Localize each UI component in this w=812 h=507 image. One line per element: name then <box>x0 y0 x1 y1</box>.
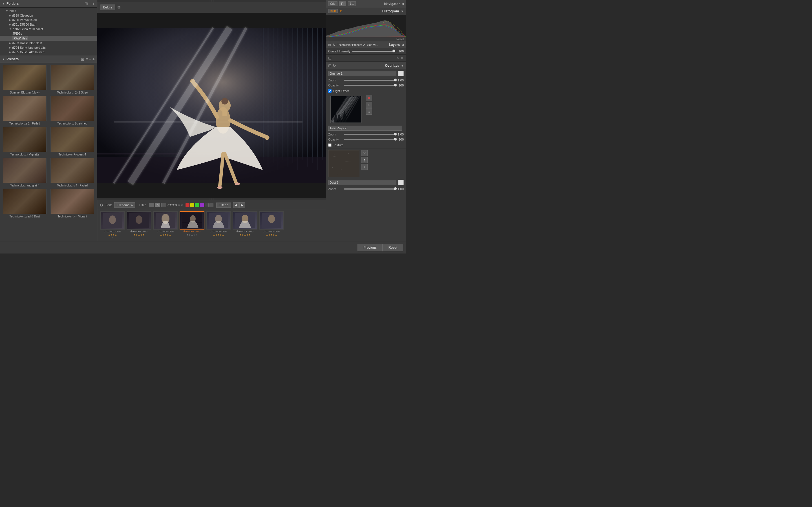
preset-item-8[interactable]: Technicolor...ded & Dust <box>1 188 48 219</box>
preset-item-4[interactable]: Technicolor...ft Vignette <box>1 126 48 157</box>
fit-button[interactable]: Fit <box>339 1 346 6</box>
yellow-filter[interactable] <box>190 203 194 207</box>
layers-collapse-icon[interactable]: ◀ <box>402 43 404 47</box>
rgb-dropdown-icon[interactable]: ▼ <box>340 10 342 13</box>
folders-icon1[interactable]: ⊞ <box>85 1 88 6</box>
thumb-wrap-3 <box>180 211 204 230</box>
thumb-item-1[interactable]: d702-003.DNG ★★★★★ <box>126 211 152 236</box>
tree-item-2017[interactable]: ▼ 2017 <box>0 9 97 13</box>
le-opacity-slider[interactable] <box>344 139 395 140</box>
reset-button[interactable]: Reset <box>383 244 403 251</box>
tree-item-d704[interactable]: ▶ d704 Sony lens portraits <box>0 45 97 50</box>
texture-down-btn[interactable]: ↓ <box>361 164 368 170</box>
intensity-slider[interactable] <box>352 51 395 52</box>
overlays-dropdown-icon[interactable]: ▼ <box>401 64 404 67</box>
tree-rays-select[interactable]: Tree Rays 2 <box>328 126 402 131</box>
thumb-item-5[interactable]: d702-011.DNG ★★★★★ <box>232 211 258 236</box>
le-zoom-slider[interactable] <box>344 134 395 135</box>
thumb-item-6[interactable]: d702-013.DNG ★★★★★ <box>259 211 285 236</box>
strip-next-arrow[interactable]: ▶ <box>239 202 245 208</box>
folders-plus[interactable]: + <box>93 1 95 6</box>
le-flip-h-btn[interactable]: ↔ <box>366 102 372 108</box>
blue-filter[interactable] <box>205 203 209 207</box>
preset-item-2[interactable]: Technicolor...s 2 - Faded <box>1 95 48 126</box>
le-buttons: ✕ ↔ ↕ <box>366 95 372 115</box>
tree-item-d702[interactable]: ▼ d702 Leica M10 ballet <box>0 27 97 31</box>
preset-item-7[interactable]: Technicolor...s 4 - Faded <box>49 157 96 187</box>
strip-prev-arrow[interactable]: ◀ <box>233 202 239 208</box>
previous-button[interactable]: Previous <box>357 244 383 251</box>
none-filter[interactable] <box>209 203 213 207</box>
preset-item-9[interactable]: Technicolor...4 - Vibrant <box>49 188 96 219</box>
rect-filter-icon[interactable] <box>161 203 166 207</box>
le-close-btn[interactable]: ✕ <box>366 95 372 101</box>
folders-minus[interactable]: − <box>89 1 91 6</box>
preset-item-0[interactable]: Summer Blo...ter (glow) <box>1 64 48 95</box>
navigator-collapse-icon[interactable]: ◀ <box>402 2 404 6</box>
histogram-reset[interactable]: Reset <box>326 37 406 41</box>
tree-item-d703[interactable]: ▶ d703 Hasselblad X1D <box>0 41 97 45</box>
histogram-expand-icon[interactable]: ▼ <box>401 10 404 13</box>
presets-minus[interactable]: − <box>89 57 91 61</box>
purple-filter[interactable] <box>200 203 204 207</box>
tree-item-d705[interactable]: ▶ d705 X-T20 Alfa launch <box>0 50 97 54</box>
grid-button[interactable]: Grid <box>328 1 338 6</box>
texture-zoom-handle[interactable] <box>394 187 397 190</box>
le-opacity-handle[interactable] <box>394 138 397 140</box>
texture-color-box[interactable] <box>398 180 404 185</box>
folders-collapse-icon[interactable]: ▼ <box>2 2 5 5</box>
texture-zoom-slider[interactable] <box>344 188 395 189</box>
one-to-one-button[interactable]: 1:1 <box>348 1 356 6</box>
texture-close-btn[interactable]: ✕ <box>361 150 368 156</box>
light-effect-checkbox[interactable] <box>328 89 332 93</box>
le-zoom-handle[interactable] <box>394 133 397 135</box>
x-filter-icon[interactable]: ✕ <box>155 203 160 207</box>
edit-pencil-icon[interactable]: ✎ <box>396 56 399 60</box>
layers-refresh-icon[interactable]: ↻ <box>333 43 336 47</box>
preset-item-3[interactable]: Technicolor... Scratched <box>49 95 96 126</box>
preset-item-1[interactable]: Technicolor ... 2 (2-Strip) <box>49 64 96 95</box>
opacity-handle[interactable] <box>394 83 397 87</box>
presets-list-icon[interactable]: ≡ <box>86 57 88 61</box>
folders-header: ▼ Folders ⊞ − + <box>0 0 97 8</box>
texture-up-btn[interactable]: ↑ <box>361 157 368 163</box>
zoom-slider[interactable] <box>344 80 395 81</box>
edit-marker-icon[interactable]: ✏ <box>401 56 404 60</box>
presets-plus[interactable]: + <box>93 57 95 61</box>
presets-collapse-icon[interactable]: ▼ <box>2 58 5 61</box>
thumb-item-0[interactable]: d702-001.DNG ★★★★☆ <box>100 211 125 240</box>
thumb-item-4[interactable]: d702-009.DNG ★★★★★ <box>206 211 232 236</box>
tree-item-jpegs[interactable]: JPEGs <box>0 31 97 36</box>
intensity-handle[interactable] <box>393 50 395 52</box>
presets-grid-icon[interactable]: ⊞ <box>81 57 84 61</box>
before-button[interactable]: Before <box>100 4 115 10</box>
opacity-slider[interactable] <box>344 85 395 86</box>
filter-by-button[interactable]: Filter b <box>216 203 231 208</box>
sort-filename-button[interactable]: Filename ⇅ <box>114 202 135 208</box>
tree-item-d699[interactable]: ▶ d699 Clevedon <box>0 13 97 18</box>
preset-item-6[interactable]: Technicolor... (no grain) <box>1 157 48 187</box>
preset-item-5[interactable]: Technicolor Process 4 <box>49 126 96 157</box>
le-flip-v-btn[interactable]: ↕ <box>366 108 372 115</box>
red-filter[interactable] <box>186 203 190 207</box>
grunge-select[interactable]: Grunge 1 <box>328 71 396 76</box>
tree-item-d700[interactable]: ▶ d700 Pentax K-70 <box>0 18 97 22</box>
thumb-wrap-2 <box>153 211 178 230</box>
rgb-badge[interactable]: RGB <box>328 9 338 13</box>
zoom-handle[interactable] <box>394 78 397 81</box>
texture-checkbox[interactable] <box>328 144 332 147</box>
flag-filter-icon[interactable] <box>149 203 154 207</box>
before-icon: ⧉ <box>117 5 120 10</box>
thumb-item-2[interactable]: d702-005.DNG ★★★★★ <box>153 211 179 236</box>
star-filter[interactable]: ≥★★★☆☆ <box>167 203 183 207</box>
overlay-color-box[interactable] <box>398 71 404 76</box>
green-filter[interactable] <box>195 203 199 207</box>
settings-icon[interactable]: ⚙ <box>100 203 103 207</box>
overlay-icon2[interactable]: ↻ <box>333 63 336 68</box>
tree-item-raw[interactable]: RAW files <box>0 36 97 41</box>
dust-select[interactable]: Dust 3 <box>328 180 396 185</box>
overlay-icon1[interactable]: ⊞ <box>328 63 332 68</box>
tree-item-d701[interactable]: ▶ d701 D5600 Bath <box>0 22 97 27</box>
thumb-item-3[interactable]: d702-007.DNG ★★★☆☆ <box>179 211 205 236</box>
crop-icon[interactable]: ⊡ <box>328 56 332 60</box>
